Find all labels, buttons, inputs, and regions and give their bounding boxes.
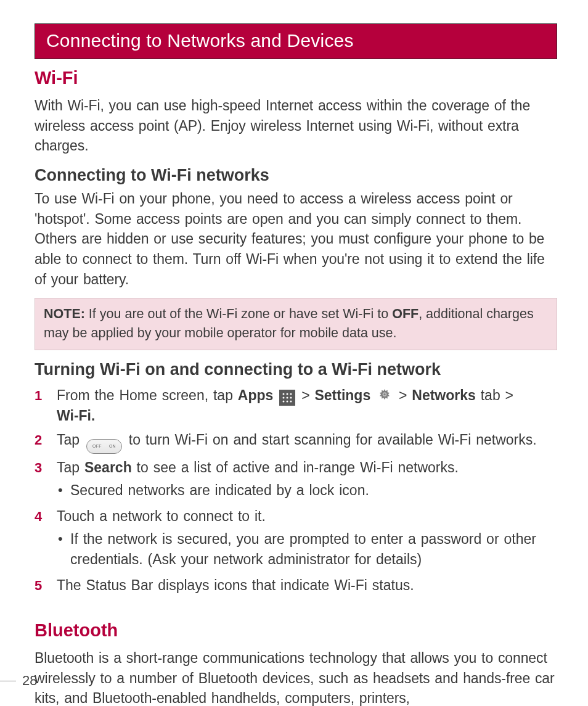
step-body: Tap OFFON to turn Wi-Fi on and start sca…: [57, 430, 557, 454]
svg-point-2: [290, 393, 292, 395]
step-1: 1 From the Home screen, tap Apps > Setti…: [35, 385, 557, 426]
step-body: Touch a network to connect to it. If the…: [57, 506, 557, 572]
text: From the Home screen, tap: [57, 387, 238, 403]
heading-turning-on: Turning Wi-Fi on and connecting to a Wi-…: [35, 360, 557, 379]
text: tab >: [476, 387, 513, 403]
step-number: 4: [35, 506, 57, 526]
step-2: 2 Tap OFFON to turn Wi-Fi on and start s…: [35, 430, 557, 454]
bluetooth-body: Bluetooth is a short-range communication…: [35, 648, 557, 706]
step-number: 2: [35, 430, 57, 449]
step-3: 3 Tap Search to see a list of active and…: [35, 458, 557, 503]
note-box: NOTE: If you are out of the Wi-Fi zone o…: [35, 298, 557, 350]
toggle-off-on-icon: OFFON: [86, 439, 122, 454]
step-body: From the Home screen, tap Apps > Setting…: [57, 385, 557, 426]
bullet-item: If the network is secured, you are promp…: [57, 529, 557, 569]
step-4: 4 Touch a network to connect to it. If t…: [35, 506, 557, 572]
svg-point-3: [283, 397, 285, 399]
text: Tap: [57, 459, 84, 475]
text: to see a list of active and in-range Wi-…: [132, 459, 459, 475]
settings-gear-icon: [377, 387, 393, 403]
label-settings: Settings: [314, 387, 370, 403]
page-footer: 28: [0, 673, 37, 689]
heading-bluetooth: Bluetooth: [35, 620, 557, 641]
svg-point-8: [290, 401, 292, 403]
wifi-intro: With Wi-Fi, you can use high-speed Inter…: [35, 96, 557, 156]
page-number: 28: [22, 673, 37, 689]
label-apps: Apps: [238, 387, 274, 403]
svg-point-1: [287, 393, 288, 395]
separator: >: [399, 387, 412, 403]
step-number: 5: [35, 575, 57, 595]
heading-connecting: Connecting to Wi-Fi networks: [35, 166, 557, 185]
label-search: Search: [84, 459, 132, 475]
note-pre: If you are out of the Wi-Fi zone or have…: [85, 306, 392, 321]
chapter-title: Connecting to Networks and Devices: [35, 23, 557, 59]
svg-point-7: [287, 401, 288, 403]
sub-bullets: If the network is secured, you are promp…: [57, 529, 557, 569]
toggle-off-label: OFF: [92, 443, 102, 449]
heading-wifi: Wi-Fi: [35, 68, 557, 88]
connecting-body: To use Wi-Fi on your phone, you need to …: [35, 189, 557, 289]
svg-point-5: [290, 397, 292, 399]
text: to turn Wi-Fi on and start scanning for …: [124, 432, 537, 448]
sub-bullets: Secured networks are indicated by a lock…: [57, 480, 557, 501]
apps-icon: [279, 390, 295, 406]
steps-list: 1 From the Home screen, tap Apps > Setti…: [35, 385, 557, 596]
note-label: NOTE:: [44, 306, 85, 321]
svg-point-10: [383, 393, 385, 395]
separator: >: [301, 387, 314, 403]
bullet-item: Secured networks are indicated by a lock…: [57, 480, 557, 501]
text: Touch a network to connect to it.: [57, 508, 266, 524]
note-off: OFF: [392, 306, 419, 321]
toggle-on-label: ON: [109, 443, 116, 449]
label-networks: Networks: [412, 387, 476, 403]
svg-point-6: [283, 401, 285, 403]
footer-rule: [0, 681, 16, 681]
text: Tap: [57, 432, 84, 448]
step-5: 5 The Status Bar displays icons that ind…: [35, 575, 557, 596]
label-wifi: Wi-Fi.: [57, 408, 95, 424]
svg-point-4: [287, 397, 288, 399]
step-body: Tap Search to see a list of active and i…: [57, 458, 557, 503]
step-number: 3: [35, 458, 57, 477]
step-number: 1: [35, 385, 57, 405]
step-body: The Status Bar displays icons that indic…: [57, 575, 557, 596]
svg-point-0: [283, 393, 285, 395]
